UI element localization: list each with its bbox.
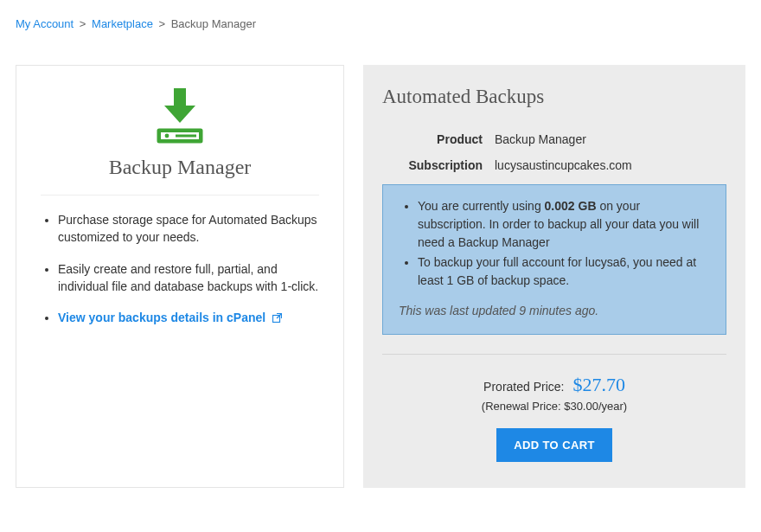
product-label: Product (382, 132, 495, 146)
breadcrumb-sep: > (80, 17, 86, 30)
breadcrumb-current: Backup Manager (171, 17, 256, 30)
usage-notice: You are currently using 0.002 GB on your… (382, 184, 726, 335)
add-to-cart-button[interactable]: ADD TO CART (496, 428, 612, 462)
view-backups-link-text: View your backups details in cPanel (58, 311, 265, 324)
external-link-icon (272, 310, 282, 327)
product-row: Product Backup Manager (382, 132, 726, 146)
breadcrumb-sep: > (158, 17, 165, 30)
view-backups-link[interactable]: View your backups details in cPanel (58, 311, 282, 324)
divider (382, 354, 726, 355)
notice-text: You are currently using (418, 199, 545, 213)
svg-point-5 (165, 134, 169, 138)
divider (41, 195, 319, 195)
breadcrumb: My Account > Marketplace > Backup Manage… (16, 17, 745, 30)
prorated-price: $27.70 (572, 374, 625, 395)
product-value: Backup Manager (495, 132, 586, 146)
pricing-block: Prorated Price: $27.70 (Renewal Price: $… (382, 374, 726, 462)
svg-rect-6 (176, 135, 196, 138)
subscription-label: Subscription (382, 158, 495, 172)
checkout-panel: Automated Backups Product Backup Manager… (363, 65, 745, 488)
feature-item: Purchase storage space for Automated Bac… (58, 211, 319, 247)
notice-item: To backup your full account for lucysa6,… (418, 253, 710, 290)
card-title: Backup Manager (41, 156, 319, 179)
backup-download-icon (41, 83, 319, 151)
product-card: Backup Manager Purchase storage space fo… (16, 65, 344, 488)
prorated-label: Prorated Price: (483, 380, 564, 394)
feature-item-link: View your backups details in cPanel (58, 309, 319, 327)
last-updated: This was last updated 9 minutes ago. (399, 302, 710, 320)
subscription-value: lucysaustincupcakes.com (495, 158, 632, 172)
notice-item: You are currently using 0.002 GB on your… (418, 197, 710, 252)
feature-item: Easily create and restore full, partial,… (58, 260, 319, 296)
breadcrumb-my-account[interactable]: My Account (16, 17, 74, 30)
panel-title: Automated Backups (382, 86, 726, 108)
renewal-price: (Renewal Price: $30.00/year) (382, 400, 726, 413)
svg-rect-0 (174, 88, 186, 107)
breadcrumb-marketplace[interactable]: Marketplace (92, 17, 153, 30)
svg-marker-1 (164, 106, 195, 123)
subscription-row: Subscription lucysaustincupcakes.com (382, 158, 726, 172)
svg-line-8 (277, 314, 281, 318)
usage-amount: 0.002 GB (545, 199, 597, 213)
